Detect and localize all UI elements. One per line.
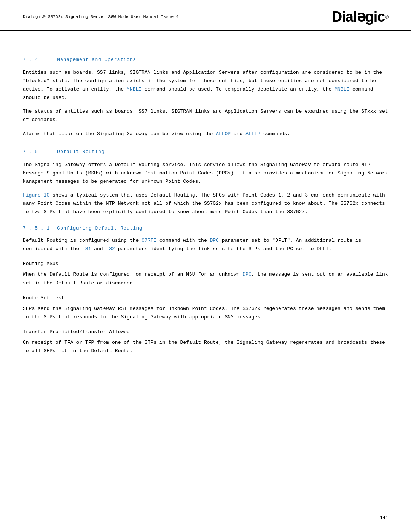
logo-registered: ® — [385, 14, 388, 20]
ls1-link[interactable]: LS1 — [82, 246, 91, 252]
dpc-link-1[interactable]: DPC — [210, 238, 219, 243]
page: Dialogic® SS7G2x Signaling Server SGW Mo… — [0, 0, 411, 532]
section-7-5-title: Default Routing — [57, 149, 105, 155]
section-7-4-title: Management and Operations — [57, 57, 136, 62]
section-7-5-para-1: The Signaling Gateway offers a Default R… — [23, 161, 388, 186]
section-7-5-heading: 7 . 5 Default Routing — [23, 149, 388, 155]
page-number: 141 — [380, 515, 388, 521]
main-content: 7 . 4 Management and Operations Entities… — [0, 31, 411, 383]
transfer-prohibited-label: Transfer Prohibited/Transfer Allowed — [23, 329, 388, 335]
section-7-4-number: 7 . 4 — [23, 57, 57, 62]
figure-10-link[interactable]: Figure 10 — [23, 192, 49, 198]
page-header: Dialogic® SS7G2x Signaling Server SGW Mo… — [0, 0, 411, 31]
dpc-link-2[interactable]: DPC — [242, 272, 251, 277]
logo-g: ǝ — [357, 8, 365, 25]
section-7-4-para-2: The status of entities such as boards, S… — [23, 107, 388, 124]
mnble-link[interactable]: MNBLE — [335, 86, 349, 92]
section-7-5-para-2: Figure 10 shows a typical system that us… — [23, 191, 388, 216]
dialogic-logo: Dialǝgic® — [332, 8, 388, 25]
mnbli-link[interactable]: MNBLI — [127, 86, 142, 92]
page-footer: 141 — [23, 511, 388, 521]
route-set-test-para: SEPs send the Signaling Gateway RST mess… — [23, 305, 388, 321]
allip-link[interactable]: ALLIP — [245, 131, 260, 137]
ls2-link[interactable]: LS2 — [106, 246, 115, 252]
section-7-5-1-heading: 7 . 5 . 1 Configuring Default Routing — [23, 225, 388, 231]
routing-msus-label: Routing MSUs — [23, 261, 388, 267]
section-7-5-1-para-1: Default Routing is configured using the … — [23, 236, 388, 253]
logo-container: Dialǝgic® — [332, 8, 388, 25]
header-title: Dialogic® SS7G2x Signaling Server SGW Mo… — [23, 14, 178, 19]
c7rti-link[interactable]: C7RTI — [142, 238, 156, 243]
section-7-4-heading: 7 . 4 Management and Operations — [23, 57, 388, 62]
transfer-prohibited-para: On receipt of TFA or TFP from one of the… — [23, 339, 388, 355]
routing-msus-para: When the Default Route is configured, on… — [23, 270, 388, 287]
section-7-4-para-3: Alarms that occur on the Signaling Gatew… — [23, 130, 388, 138]
allop-link[interactable]: ALLOP — [216, 131, 231, 137]
route-set-test-label: Route Set Test — [23, 295, 388, 301]
section-7-5-number: 7 . 5 — [23, 149, 57, 155]
section-7-5-1-number: 7 . 5 . 1 — [23, 225, 57, 231]
section-7-4-para-1: Entities such as boards, SS7 links, SIGT… — [23, 69, 388, 102]
section-7-5-1-title: Configuring Default Routing — [57, 225, 142, 231]
